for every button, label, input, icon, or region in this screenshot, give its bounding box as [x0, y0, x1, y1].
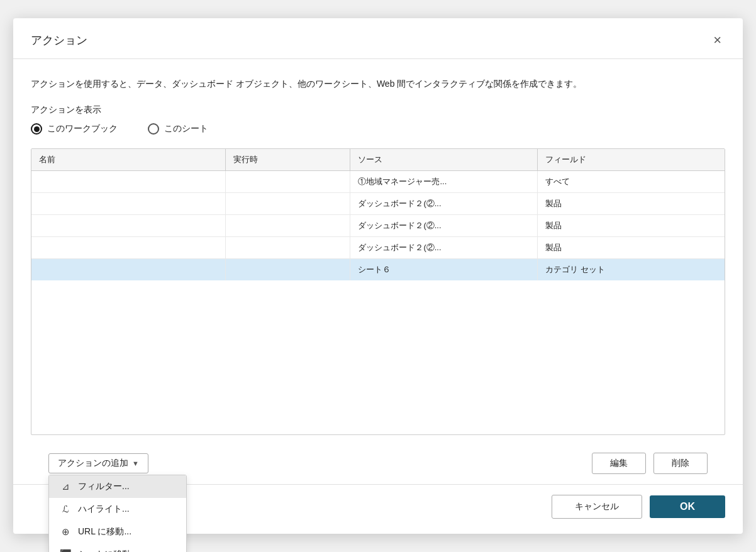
description-text: アクションを使用すると、データ、ダッシュボード オブジェクト、他のワークシート、… — [31, 77, 725, 91]
actions-table-container: 名前 実行時 ソース フィールド ①地域マネージャー売... すべて ダッシュボ… — [31, 148, 725, 435]
action-buttons: 編集 削除 — [592, 453, 708, 474]
dropdown-item-filter[interactable]: ⊿ フィルター... — [49, 475, 186, 498]
delete-button[interactable]: 削除 — [653, 453, 708, 474]
filter-icon: ⊿ — [59, 481, 72, 492]
dropdown-arrow-icon: ▼ — [132, 460, 139, 467]
table-row[interactable]: ダッシュボード２(②... 製品 — [31, 215, 725, 237]
dropdown-item-url[interactable]: ⊕ URL に移動... — [49, 521, 186, 543]
dropdown-item-filter-label: フィルター... — [78, 481, 130, 492]
radio-group: このワークブック このシート — [31, 123, 725, 135]
add-action-dropdown-wrapper: アクションの追加 ▼ ⊿ フィルター... ℒ ハイライト... ⊕ U — [48, 453, 148, 473]
dropdown-item-highlight-label: ハイライト... — [78, 504, 130, 515]
dialog-header: アクション × — [13, 18, 743, 59]
add-action-button[interactable]: アクションの追加 ▼ — [48, 453, 148, 473]
table-row[interactable]: シート６ カテゴリ セット — [31, 259, 725, 281]
col-header-source: ソース — [350, 149, 538, 171]
actions-dialog: アクション × アクションを使用すると、データ、ダッシュボード オブジェクト、他… — [13, 18, 743, 534]
cell-run-2 — [226, 215, 350, 237]
radio-sheet-label: このシート — [164, 123, 208, 135]
radio-workbook[interactable]: このワークブック — [31, 123, 118, 135]
radio-sheet[interactable]: このシート — [148, 123, 208, 135]
dropdown-item-highlight[interactable]: ℒ ハイライト... — [49, 498, 186, 521]
cell-field-0: すべて — [537, 171, 725, 193]
cell-name-3 — [31, 237, 226, 259]
show-actions-label: アクションを表示 — [31, 104, 725, 116]
radio-circle-workbook — [31, 123, 42, 135]
dropdown-item-url-label: URL に移動... — [78, 526, 131, 538]
actions-table: 名前 実行時 ソース フィールド ①地域マネージャー売... すべて ダッシュボ… — [31, 149, 725, 280]
radio-circle-sheet — [148, 123, 159, 135]
col-header-field: フィールド — [537, 149, 725, 171]
dropdown-item-goto-sheet[interactable]: ⬛ シートに移動... — [49, 543, 186, 552]
cell-run-3 — [226, 237, 350, 259]
dialog-title: アクション — [31, 33, 87, 48]
cell-source-0: ①地域マネージャー売... — [350, 171, 538, 193]
dropdown-item-goto-sheet-label: シートに移動... — [78, 549, 138, 552]
cell-name-2 — [31, 215, 226, 237]
cell-source-4: シート６ — [350, 259, 538, 281]
ok-button[interactable]: OK — [650, 495, 725, 518]
table-row[interactable]: ダッシュボード２(②... 製品 — [31, 237, 725, 259]
edit-button[interactable]: 編集 — [592, 453, 646, 474]
table-row[interactable]: ダッシュボード２(②... 製品 — [31, 193, 725, 215]
col-header-run: 実行時 — [226, 149, 350, 171]
highlight-icon: ℒ — [59, 504, 72, 515]
cell-name-1 — [31, 193, 226, 215]
close-button[interactable]: × — [709, 32, 725, 48]
cell-source-2: ダッシュボード２(②... — [350, 215, 538, 237]
cell-field-2: 製品 — [537, 215, 725, 237]
cell-name-0 — [31, 171, 226, 193]
url-icon: ⊕ — [59, 526, 72, 538]
cell-run-4 — [226, 259, 350, 281]
col-header-name: 名前 — [31, 149, 226, 171]
cell-field-3: 製品 — [537, 237, 725, 259]
dialog-body: アクションを使用すると、データ、ダッシュボード オブジェクト、他のワークシート、… — [13, 59, 743, 484]
cell-run-1 — [226, 193, 350, 215]
cell-name-4 — [31, 259, 226, 281]
table-row[interactable]: ①地域マネージャー売... すべて — [31, 171, 725, 193]
goto-sheet-icon: ⬛ — [59, 549, 72, 552]
add-action-label: アクションの追加 — [58, 458, 128, 469]
cell-source-1: ダッシュボード２(②... — [350, 193, 538, 215]
cell-source-3: ダッシュボード２(②... — [350, 237, 538, 259]
cell-field-4: カテゴリ セット — [537, 259, 725, 281]
cancel-button[interactable]: キャンセル — [552, 495, 642, 519]
cell-field-1: 製品 — [537, 193, 725, 215]
radio-workbook-label: このワークブック — [47, 123, 118, 135]
table-header-row: 名前 実行時 ソース フィールド — [31, 149, 725, 171]
add-action-dropdown-menu: ⊿ フィルター... ℒ ハイライト... ⊕ URL に移動... ⬛ シート… — [48, 475, 187, 552]
cell-run-0 — [226, 171, 350, 193]
bottom-bar: アクションの追加 ▼ ⊿ フィルター... ℒ ハイライト... ⊕ U — [31, 443, 725, 484]
